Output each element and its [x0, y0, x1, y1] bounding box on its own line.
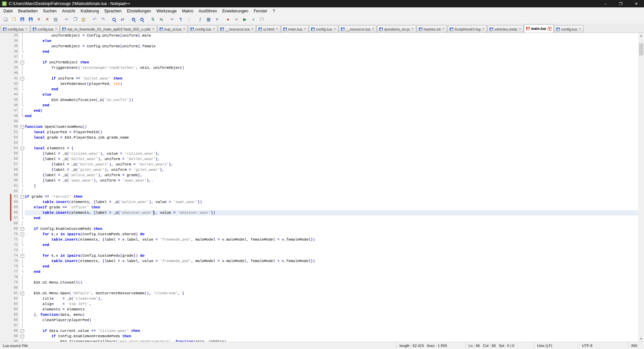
bookmark-margin[interactable]: [0, 140, 10, 146]
status-insert-mode[interactable]: INS: [628, 342, 644, 349]
tab-eup-ui-lua[interactable]: eup_ui.lua✕: [157, 25, 188, 33]
scrollbar-track[interactable]: [638, 39, 644, 336]
code-text[interactable]: else: [25, 92, 638, 97]
toolbar-button-close-file[interactable]: ✕: [35, 15, 43, 23]
code-text[interactable]: table.insert(elements, {label = _U('what…: [25, 210, 638, 215]
code-text[interactable]: [25, 285, 638, 291]
code-text[interactable]: elseif grade == 'officer' then: [25, 205, 638, 210]
bookmark-margin[interactable]: [0, 119, 10, 124]
bookmark-margin[interactable]: [0, 253, 10, 258]
bookmark-margin[interactable]: [0, 162, 10, 167]
bookmark-margin[interactable]: [0, 65, 10, 70]
toolbar-button-sync-horizontal[interactable]: ⇆: [157, 15, 165, 23]
menu-makro[interactable]: Makro: [179, 8, 196, 14]
code-text[interactable]: [25, 248, 638, 253]
bookmark-margin[interactable]: [0, 280, 10, 285]
editor[interactable]: 33 uniformObject = Config.Uniforms[unifo…: [0, 33, 644, 342]
toolbar-button-close-all[interactable]: ✕: [43, 15, 51, 23]
bookmark-margin[interactable]: [0, 237, 10, 242]
scrollbar-thumb[interactable]: [639, 43, 643, 55]
code-text[interactable]: if Config.EnableCustomPeds then: [25, 226, 638, 232]
bookmark-margin[interactable]: [0, 183, 10, 189]
menu-datei[interactable]: Datei: [1, 8, 15, 14]
bookmark-margin[interactable]: [0, 215, 10, 221]
bookmark-margin[interactable]: [0, 178, 10, 183]
code-text[interactable]: table.insert(elements, {label = v.label,…: [25, 258, 638, 264]
close-tab-icon[interactable]: ✕: [152, 28, 155, 31]
code-text[interactable]: }: [25, 183, 638, 189]
tab-config-lua[interactable]: config.lua✕: [31, 25, 60, 33]
code-text[interactable]: end: [25, 215, 638, 221]
code-text[interactable]: function OpenCloakroomMenu(): [25, 124, 638, 130]
code-text[interactable]: TriggerEvent('skinchanger:loadClothes', …: [25, 65, 638, 70]
bookmark-margin[interactable]: [0, 307, 10, 312]
toolbar-button-open-folder[interactable]: ❒: [10, 15, 18, 23]
code-text[interactable]: uniformObject = Config.Uniforms[uniform]…: [25, 33, 638, 38]
menu-[interactable]: ?: [270, 8, 278, 14]
minimize-button[interactable]: –: [598, 0, 613, 7]
bookmark-margin[interactable]: [0, 60, 10, 65]
bookmark-margin[interactable]: [0, 269, 10, 275]
close-tab-icon[interactable]: ✕: [213, 28, 215, 31]
bookmark-margin[interactable]: [0, 113, 10, 119]
bookmark-margin[interactable]: [0, 264, 10, 269]
toolbar-button-replace[interactable]: ⇄: [118, 15, 126, 23]
toolbar-button-stop-recording[interactable]: ■: [232, 15, 240, 23]
toolbar-button-save-file[interactable]: [18, 15, 26, 23]
close-tab-icon[interactable]: ✕: [333, 28, 336, 31]
toolbar-button-record-macro[interactable]: ●: [224, 15, 232, 23]
bookmark-margin[interactable]: [0, 156, 10, 162]
toolbar-button-function-list[interactable]: ƒ: [196, 15, 204, 23]
fold-collapse-icon[interactable]: [19, 232, 25, 237]
bookmark-margin[interactable]: [0, 103, 10, 108]
fold-collapse-icon[interactable]: [19, 226, 25, 232]
close-tab-icon[interactable]: ✕: [372, 28, 375, 31]
code-text[interactable]: title = _U('cloakroom'),: [25, 296, 638, 301]
toolbar-button-save-all[interactable]: [26, 15, 35, 23]
code-text[interactable]: else: [25, 38, 638, 44]
bookmark-margin[interactable]: [0, 258, 10, 264]
bookmark-margin[interactable]: [0, 189, 10, 194]
code-text[interactable]: end: [25, 87, 638, 92]
bookmark-margin[interactable]: [0, 76, 10, 81]
code-text[interactable]: }, function(data, menu): [25, 312, 638, 317]
bookmark-margin[interactable]: [0, 167, 10, 172]
code-text[interactable]: ESX.ShowNotification(_U('no_outfit')): [25, 97, 638, 103]
bookmark-margin[interactable]: [0, 33, 10, 38]
close-tab-icon[interactable]: ✕: [442, 28, 445, 31]
code-text[interactable]: SetPedArmour(playerPed, 100): [25, 81, 638, 87]
tab-config-lua[interactable]: config.lua✕: [188, 25, 218, 33]
tab-main-lua[interactable]: main.lua✕: [524, 24, 554, 33]
code-text[interactable]: uniformObject = Config.Uniforms[uniform]…: [25, 44, 638, 49]
menu-sprachen[interactable]: Sprachen: [102, 8, 124, 14]
bookmark-margin[interactable]: [0, 296, 10, 301]
bookmark-margin[interactable]: [0, 97, 10, 103]
bookmark-margin[interactable]: [0, 44, 10, 49]
code-text[interactable]: ESX.TriggerServerCallback('esx_skin:getP…: [25, 339, 638, 342]
toolbar-button-zoom-in[interactable]: [129, 15, 138, 23]
bookmark-margin[interactable]: [0, 146, 10, 151]
menu-fenster[interactable]: Fenster: [251, 8, 270, 14]
code-text[interactable]: ESX.UI.Menu.Open('default', GetCurrentRe…: [25, 291, 638, 296]
code-text[interactable]: end): [25, 108, 638, 113]
menu-erweiterungen[interactable]: Erweiterungen: [220, 8, 251, 14]
bookmark-margin[interactable]: [0, 205, 10, 210]
bookmark-margin[interactable]: [0, 339, 10, 342]
toolbar-button-copy[interactable]: ❐: [71, 15, 79, 23]
menu-einstellungen[interactable]: Einstellungen: [124, 8, 154, 14]
toolbar-button-find[interactable]: [110, 15, 118, 23]
fold-collapse-icon[interactable]: [19, 194, 25, 199]
code-text[interactable]: [25, 221, 638, 226]
tab-resource-lua[interactable]: __resource.lua✕: [218, 25, 256, 33]
bookmark-margin[interactable]: [0, 49, 10, 54]
bookmark-margin[interactable]: [0, 87, 10, 92]
code-text[interactable]: end: [25, 49, 638, 54]
code-text[interactable]: end: [25, 242, 638, 248]
menu-bearbeiten[interactable]: Bearbeiten: [15, 8, 40, 14]
code-text[interactable]: for k,v in ipairs(Config.CustomPeds[grad…: [25, 253, 638, 258]
fold-collapse-icon[interactable]: [19, 124, 25, 130]
toolbar-button-document-map[interactable]: ▦: [205, 15, 213, 23]
toolbar-button-zoom-out[interactable]: [138, 15, 146, 23]
bookmark-margin[interactable]: [0, 130, 10, 135]
code-text[interactable]: end: [25, 103, 638, 108]
